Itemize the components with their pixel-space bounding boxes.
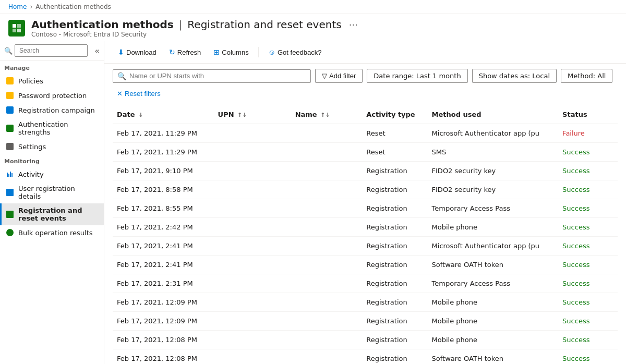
sidebar-item-label-reg-reset: Registration and reset events — [18, 207, 100, 222]
search-input[interactable] — [15, 44, 88, 57]
table-row[interactable]: Feb 17, 2021, 2:31 PM Registration Tempo… — [113, 274, 618, 293]
columns-button[interactable]: ⊞ Columns — [208, 45, 254, 59]
cell-date: Feb 17, 2021, 2:41 PM — [113, 237, 214, 256]
collapse-icon[interactable]: « — [94, 46, 100, 56]
download-button[interactable]: ⬇ Download — [113, 45, 162, 59]
show-dates-chip[interactable]: Show dates as: Local — [472, 69, 557, 83]
header-separator: | — [179, 18, 183, 31]
sidebar-item-label-activity: Activity — [18, 171, 44, 178]
cell-activity: Registration — [362, 349, 427, 365]
method-label: Method: All — [568, 72, 606, 80]
cell-date: Feb 17, 2021, 2:42 PM — [113, 218, 214, 237]
toolbar: ⬇ Download ↻ Refresh ⊞ Columns ☺ Got fee… — [104, 41, 626, 64]
filter-search-input[interactable] — [129, 72, 306, 80]
cell-upn — [214, 293, 291, 312]
header-title-group: Authentication methods | Registration an… — [31, 18, 358, 38]
filter-funnel-icon: ▽ — [322, 72, 327, 80]
cell-date: Feb 17, 2021, 2:31 PM — [113, 274, 214, 293]
cell-status: Success — [558, 143, 618, 162]
sidebar-item-policies[interactable]: Policies — [0, 74, 104, 88]
table-row[interactable]: Feb 17, 2021, 2:41 PM Registration Micro… — [113, 237, 618, 256]
sidebar-item-label-strengths: Authentication strengths — [18, 120, 100, 136]
table-row[interactable]: Feb 17, 2021, 9:10 PM Registration FIDO2… — [113, 162, 618, 180]
sidebar-item-activity[interactable]: Activity — [0, 167, 104, 181]
cell-status: Success — [558, 274, 618, 293]
table-row[interactable]: Feb 17, 2021, 11:29 PM Reset SMS Success — [113, 143, 618, 162]
col-header-method[interactable]: Method used — [428, 105, 559, 124]
cell-date: Feb 17, 2021, 11:29 PM — [113, 124, 214, 143]
feedback-button[interactable]: ☺ Got feedback? — [263, 45, 327, 59]
table-row[interactable]: Feb 17, 2021, 2:41 PM Registration Softw… — [113, 256, 618, 274]
svg-rect-1 — [17, 24, 21, 28]
cell-name — [291, 237, 363, 256]
table-row[interactable]: Feb 17, 2021, 2:42 PM Registration Mobil… — [113, 218, 618, 237]
policies-icon — [6, 77, 14, 85]
col-header-name[interactable]: Name ↑↓ — [291, 105, 363, 124]
more-options-icon[interactable]: ··· — [349, 19, 358, 30]
cell-name — [291, 124, 363, 143]
cell-name — [291, 180, 363, 199]
sidebar-search-container: 🔍 « — [0, 41, 104, 60]
search-icon: 🔍 — [4, 47, 13, 55]
cell-method: Mobile phone — [428, 293, 559, 312]
cell-activity: Registration — [362, 312, 427, 331]
sidebar-item-password-protection[interactable]: Password protection — [0, 88, 104, 103]
table-row[interactable]: Feb 17, 2021, 12:08 PM Registration Mobi… — [113, 331, 618, 349]
download-icon: ⬇ — [118, 48, 124, 56]
bulk-operation-icon — [6, 228, 14, 237]
add-filter-button[interactable]: ▽ Add filter — [315, 69, 363, 83]
table-row[interactable]: Feb 17, 2021, 8:58 PM Registration FIDO2… — [113, 180, 618, 199]
col-header-activity[interactable]: Activity type — [362, 105, 427, 124]
cell-status: Success — [558, 180, 618, 199]
col-header-date[interactable]: Date ↓ — [113, 105, 214, 124]
sort-icon-name: ↑↓ — [320, 112, 330, 118]
cell-name — [291, 349, 363, 365]
date-range-label: Date range: Last 1 month — [374, 72, 461, 80]
app-icon — [8, 20, 25, 37]
cell-activity: Registration — [362, 293, 427, 312]
cell-activity: Registration — [362, 256, 427, 274]
cell-name — [291, 218, 363, 237]
table-row[interactable]: Feb 17, 2021, 12:09 PM Registration Mobi… — [113, 312, 618, 331]
cell-name — [291, 274, 363, 293]
sidebar-item-registration-reset[interactable]: Registration and reset events — [0, 203, 104, 225]
sidebar-item-bulk-operation[interactable]: Bulk operation results — [0, 225, 104, 240]
sidebar-item-authentication-strengths[interactable]: Authentication strengths — [0, 117, 104, 139]
sidebar-item-label-bulk: Bulk operation results — [18, 229, 93, 237]
cell-status: Success — [558, 162, 618, 180]
cell-activity: Reset — [362, 143, 427, 162]
col-header-upn[interactable]: UPN ↑↓ — [214, 105, 291, 124]
feedback-icon: ☺ — [268, 48, 275, 56]
main-layout: 🔍 « Manage Policies Password protection … — [0, 41, 626, 364]
cell-date: Feb 17, 2021, 2:41 PM — [113, 256, 214, 274]
filter-search-icon: 🔍 — [117, 72, 126, 80]
cell-date: Feb 17, 2021, 11:29 PM — [113, 143, 214, 162]
table-row[interactable]: Feb 17, 2021, 12:08 PM Registration Soft… — [113, 349, 618, 365]
settings-icon — [6, 142, 14, 151]
date-range-chip[interactable]: Date range: Last 1 month — [367, 69, 467, 83]
breadcrumb-home[interactable]: Home — [8, 3, 27, 10]
table-row[interactable]: Feb 17, 2021, 11:29 PM Reset Microsoft A… — [113, 124, 618, 143]
sidebar-manage-label: Manage — [0, 60, 104, 74]
sidebar-item-registration-campaign[interactable]: Registration campaign — [0, 103, 104, 117]
cell-status: Success — [558, 237, 618, 256]
activity-icon — [6, 170, 14, 178]
reset-filters-button[interactable]: ✕ Reset filters — [113, 87, 165, 100]
method-chip[interactable]: Method: All — [561, 69, 612, 83]
cell-activity: Registration — [362, 180, 427, 199]
cell-activity: Registration — [362, 162, 427, 180]
registration-reset-icon — [6, 210, 14, 219]
cell-method: Temporary Access Pass — [428, 274, 559, 293]
table-row[interactable]: Feb 17, 2021, 8:55 PM Registration Tempo… — [113, 199, 618, 218]
refresh-button[interactable]: ↻ Refresh — [164, 45, 207, 59]
table-row[interactable]: Feb 17, 2021, 12:09 PM Registration Mobi… — [113, 293, 618, 312]
reset-filters-label: Reset filters — [125, 90, 161, 98]
cell-status: Success — [558, 199, 618, 218]
sidebar-item-user-registration[interactable]: User registration details — [0, 181, 104, 203]
reset-filters-icon: ✕ — [117, 90, 123, 98]
page-title-main: Authentication methods — [31, 18, 174, 31]
cell-upn — [214, 312, 291, 331]
cell-method: Software OATH token — [428, 256, 559, 274]
col-header-status[interactable]: Status — [558, 105, 618, 124]
sidebar-item-settings[interactable]: Settings — [0, 139, 104, 154]
